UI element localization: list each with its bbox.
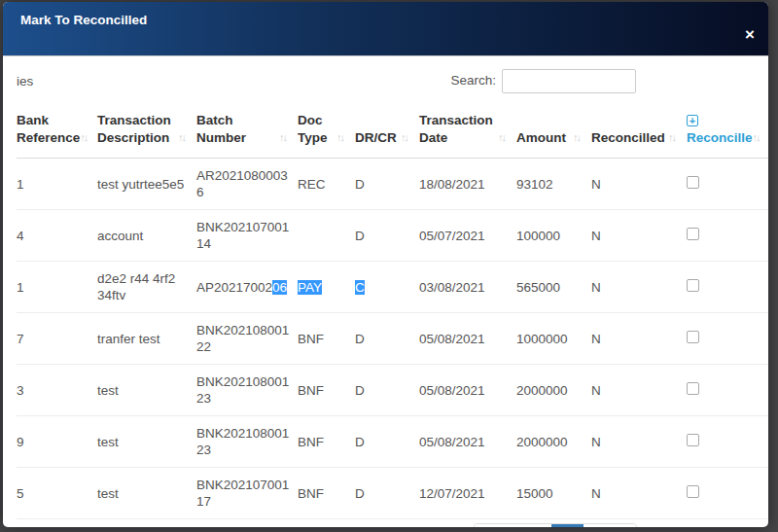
cell-amount: 2000000	[516, 416, 591, 468]
column-header-top-line: Transaction	[419, 112, 507, 129]
pagination-page-1[interactable]: 1	[551, 524, 584, 527]
column-label: Reconcille	[687, 129, 753, 146]
pagination-next[interactable]: Next	[584, 524, 636, 527]
cell-doc-type: BNF	[298, 416, 355, 468]
cell-amount: 93102	[516, 159, 591, 210]
cell-reconcile	[687, 159, 768, 210]
cell-batch-number: BNK20210800123	[196, 416, 298, 468]
cell-batch-number: BNK20210800123	[196, 365, 298, 416]
selected-text: 06	[272, 280, 287, 295]
reconcile-checkbox[interactable]	[687, 382, 699, 395]
table-footer-bar: ies Previous 1 Next	[17, 523, 757, 527]
reconcile-checkbox[interactable]	[687, 485, 699, 498]
column-header-reconcile[interactable]: +Reconcille↑↓	[687, 106, 768, 159]
column-label: Reconcilled	[591, 129, 665, 146]
cell-dr-cr: D	[355, 210, 419, 262]
column-label: Type	[298, 129, 328, 146]
cell-doc-type	[298, 210, 355, 262]
cell-transaction-description: d2e2 r44 4rf2 34ftv	[97, 262, 196, 313]
cell-reconcile	[687, 313, 768, 365]
column-header-top-line	[516, 112, 582, 129]
cell-transaction-description: tranfer test	[97, 313, 196, 365]
cell-doc-type: BNF	[298, 468, 355, 519]
column-header-top-line: Bank	[17, 112, 88, 129]
reconcile-checkbox[interactable]	[687, 434, 699, 446]
cell-transaction-date: 05/08/2021	[419, 313, 516, 365]
cell-batch-number: AR20210800036	[196, 159, 298, 210]
pagination-previous[interactable]: Previous	[475, 524, 551, 527]
sort-icon: ↑↓	[573, 129, 582, 146]
sort-icon: ↑↓	[336, 129, 345, 146]
column-header-doc_type[interactable]: DocType↑↓	[298, 106, 355, 159]
cell-doc-type: BNF	[298, 365, 355, 416]
cell-reconcilled: N	[591, 313, 687, 365]
column-header-top-line	[355, 112, 409, 129]
column-label: Description	[97, 129, 169, 146]
cell-reconcile	[687, 365, 768, 416]
cell-reconcile	[687, 416, 768, 468]
cell-batch-number: BNK20210800122	[196, 313, 298, 365]
search-input[interactable]	[502, 69, 636, 93]
table-row: 3testBNK20210800123BNFD05/08/20212000000…	[17, 365, 768, 416]
cell-transaction-description: test	[97, 365, 196, 416]
cell-reconcile	[687, 210, 768, 262]
close-icon[interactable]: ×	[745, 27, 755, 43]
table-row: 7tranfer testBNK20210800122BNFD05/08/202…	[17, 313, 768, 365]
table-row: 9testBNK20210800123BNFD05/08/20212000000…	[17, 416, 768, 468]
column-header-top-line: Transaction	[97, 112, 187, 129]
cell-bank-reference: 5	[17, 468, 97, 519]
dialog-header: Mark To Reconcilled ×	[3, 2, 768, 56]
reconcile-checkbox[interactable]	[687, 279, 699, 292]
selected-text: C	[355, 280, 365, 295]
reconcile-checkbox[interactable]	[687, 176, 699, 189]
table-body: 1test yutrtee5e5AR20210800036RECD18/08/2…	[17, 159, 768, 519]
column-header-bank_reference[interactable]: BankReference↑↓	[17, 106, 97, 159]
column-label: Date	[419, 129, 447, 146]
cell-transaction-date: 03/08/2021	[419, 262, 516, 313]
cell-doc-type: PAY	[298, 262, 355, 313]
column-header-amount[interactable]: Amount↑↓	[516, 106, 591, 159]
column-header-top-line: +	[687, 112, 760, 129]
column-header-dr_cr[interactable]: DR/CR↑↓	[355, 106, 419, 159]
cell-amount: 1000000	[516, 313, 591, 365]
column-header-transaction_date[interactable]: TransactionDate↑↓	[419, 106, 516, 159]
cell-reconcile	[687, 262, 768, 313]
table-toolbar: ies Search:	[17, 71, 757, 98]
table-row: 4accountBNK20210700114D05/07/2021100000N	[17, 210, 768, 262]
cell-reconcilled: N	[591, 159, 687, 210]
table-header-row: BankReference↑↓TransactionDescription↑↓B…	[17, 106, 768, 159]
entries-text-clipped: ies	[17, 74, 33, 89]
pagination: Previous 1 Next	[474, 523, 637, 527]
reconcile-checkbox[interactable]	[687, 331, 699, 343]
cell-bank-reference: 3	[17, 365, 97, 416]
cell-dr-cr: D	[355, 365, 419, 416]
cell-reconcilled: N	[591, 262, 687, 313]
plus-box-icon[interactable]: +	[687, 115, 698, 126]
cell-transaction-description: test	[97, 468, 196, 519]
table-row: 1test yutrtee5e5AR20210800036RECD18/08/2…	[17, 159, 768, 210]
cell-transaction-date: 12/07/2021	[419, 468, 516, 519]
column-header-reconcilled[interactable]: Reconcilled↑↓	[591, 106, 687, 159]
cell-dr-cr: D	[355, 468, 419, 519]
dialog-title: Mark To Reconcilled	[20, 13, 147, 27]
column-header-transaction_description[interactable]: TransactionDescription↑↓	[97, 106, 196, 159]
cell-transaction-description: test yutrtee5e5	[97, 159, 196, 210]
column-label: Reference	[17, 129, 80, 146]
cell-reconcilled: N	[591, 210, 687, 262]
column-header-batch_number[interactable]: BatchNumber↑↓	[196, 106, 298, 159]
cell-batch-number: BNK20210700114	[196, 210, 298, 262]
cell-doc-type: REC	[298, 159, 355, 210]
reconcile-checkbox[interactable]	[687, 228, 699, 240]
cell-transaction-date: 05/08/2021	[419, 416, 516, 468]
table-row: 1d2e2 r44 4rf2 34ftvAP2021700206PAYC03/0…	[17, 262, 768, 313]
cell-bank-reference: 4	[17, 210, 97, 262]
sort-icon: ↑↓	[498, 129, 507, 146]
column-label: Amount	[516, 129, 566, 146]
table-row: 5testBNK20210700117BNFD12/07/202115000N	[17, 468, 768, 519]
cell-dr-cr: D	[355, 416, 419, 468]
cell-bank-reference: 1	[17, 159, 97, 210]
column-header-top-line: Batch	[196, 112, 288, 129]
column-header-top-line	[591, 112, 677, 129]
selected-text: PAY	[298, 280, 322, 295]
cell-dr-cr: D	[355, 159, 419, 210]
